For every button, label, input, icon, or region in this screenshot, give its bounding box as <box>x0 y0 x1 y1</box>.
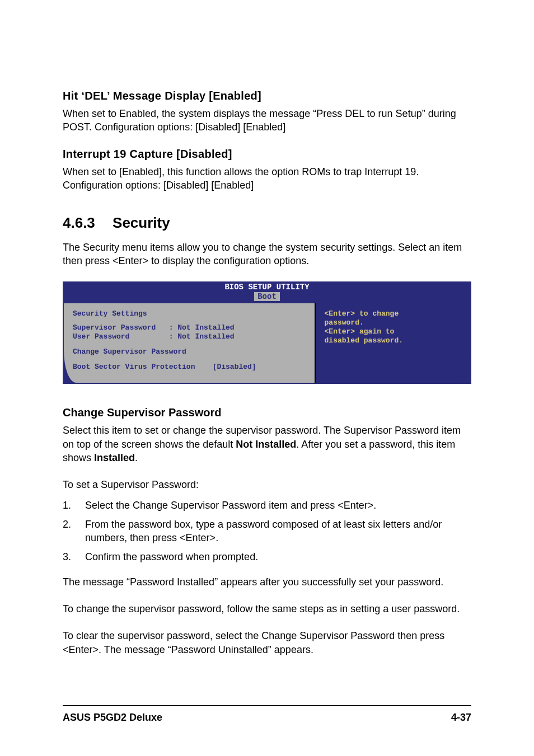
step-3-text: Confirm the password when prompted. <box>85 550 471 564</box>
step-1-text: Select the Change Supervisor Password it… <box>85 499 471 512</box>
step-2-num: 2. <box>63 518 85 545</box>
bios-header: BIOS SETUP UTILITY Boot <box>63 281 471 302</box>
bios-change-supervisor: Change Supervisor Password <box>73 348 306 356</box>
bios-help-line2: password. <box>325 318 461 327</box>
section-interrupt: Interrupt 19 Capture [Disabled] When set… <box>63 148 471 192</box>
bios-help-line4: disabled password. <box>325 336 461 345</box>
not-installed-bold: Not Installed <box>236 439 296 450</box>
hit-del-body: When set to Enabled, the system displays… <box>63 107 471 134</box>
step-1: 1. Select the Change Supervisor Password… <box>63 499 471 512</box>
interrupt-body: When set to [Enabled], this function all… <box>63 165 471 192</box>
step-3-num: 3. <box>63 550 85 564</box>
bios-header-title: BIOS SETUP UTILITY <box>63 283 471 292</box>
footer-page-number: 4-37 <box>451 712 471 724</box>
installed-bold: Installed <box>94 452 135 463</box>
security-heading: 4.6.3 Security <box>63 214 471 232</box>
hit-del-heading: Hit ‘DEL’ Message Display [Enabled] <box>63 90 471 102</box>
steps-list: 1. Select the Change Supervisor Password… <box>63 499 471 564</box>
bios-help-line1: <Enter> to change <box>325 309 461 318</box>
security-number: 4.6.3 <box>63 214 95 232</box>
security-intro: The Security menu items allow you to cha… <box>63 241 471 268</box>
change-password-p5: To clear the supervisor password, select… <box>63 629 471 656</box>
step-1-num: 1. <box>63 499 85 512</box>
step-2: 2. From the password box, type a passwor… <box>63 518 471 545</box>
page-footer: ASUS P5GD2 Deluxe 4-37 <box>63 705 471 724</box>
footer-product: ASUS P5GD2 Deluxe <box>63 712 162 724</box>
section-hit-del: Hit ‘DEL’ Message Display [Enabled] When… <box>63 90 471 134</box>
bios-left-panel: Security Settings Supervisor Password : … <box>63 302 315 384</box>
change-password-heading: Change Supervisor Password <box>63 406 471 419</box>
bios-security-settings: Security Settings <box>73 309 306 318</box>
step-2-text: From the password box, type a password c… <box>85 518 471 545</box>
change-password-p2: To set a Supervisor Password: <box>63 478 471 491</box>
step-3: 3. Confirm the password when prompted. <box>63 550 471 564</box>
interrupt-heading: Interrupt 19 Capture [Disabled] <box>63 148 471 161</box>
bios-screenshot: BIOS SETUP UTILITY Boot Security Setting… <box>63 281 471 384</box>
bios-body: Security Settings Supervisor Password : … <box>63 301 471 384</box>
bios-right-panel: <Enter> to change password. <Enter> agai… <box>315 302 471 384</box>
bios-tab-boot: Boot <box>254 292 280 302</box>
bios-boot-sector-virus: Boot Sector Virus Protection [Disabled] <box>73 363 306 371</box>
change-password-p1: Select this item to set or change the su… <box>63 424 471 464</box>
bios-supervisor-password: Supervisor Password : Not Installed <box>73 323 306 332</box>
change-password-p4: To change the supervisor password, follo… <box>63 602 471 616</box>
bios-user-password: User Password : Not Installed <box>73 332 306 341</box>
security-title: Security <box>113 214 170 231</box>
bios-help-line3: <Enter> again to <box>325 327 461 336</box>
change-password-p3: The message “Password Installed” appears… <box>63 575 471 589</box>
